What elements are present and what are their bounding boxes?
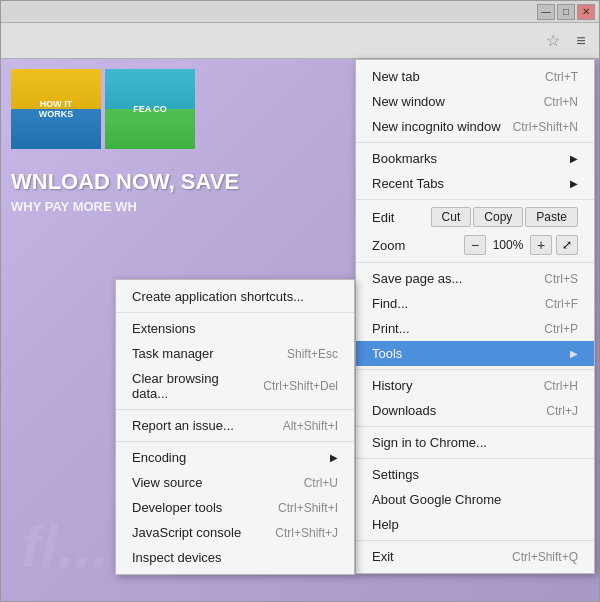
zoom-row: Zoom − 100% + ⤢ bbox=[356, 231, 594, 259]
zoom-fullscreen-button[interactable]: ⤢ bbox=[556, 235, 578, 255]
tools-submenu-item-1[interactable]: Extensions bbox=[116, 316, 354, 341]
chrome-menu: New tab Ctrl+T New window Ctrl+N New inc… bbox=[355, 59, 595, 574]
menu-item-settings[interactable]: Settings bbox=[356, 462, 594, 487]
tools-sep-3 bbox=[116, 409, 354, 410]
copy-button[interactable]: Copy bbox=[473, 207, 523, 227]
zoom-controls: − 100% + ⤢ bbox=[464, 235, 578, 255]
banner-card-1: HOW IT WORKS bbox=[11, 69, 101, 149]
menu-item-downloads[interactable]: Downloads Ctrl+J bbox=[356, 398, 594, 423]
menu-item-new-tab[interactable]: New tab Ctrl+T bbox=[356, 64, 594, 89]
separator-7 bbox=[356, 540, 594, 541]
menu-item-incognito[interactable]: New incognito window Ctrl+Shift+N bbox=[356, 114, 594, 139]
browser-window: — □ ✕ ☆ ≡ HOW IT WORKS FEA CO WNLOAD NOW… bbox=[0, 0, 600, 602]
separator-4 bbox=[356, 369, 594, 370]
menu-item-recent-tabs[interactable]: Recent Tabs ▶ bbox=[356, 171, 594, 196]
paste-button[interactable]: Paste bbox=[525, 207, 578, 227]
chrome-menu-icon[interactable]: ≡ bbox=[569, 29, 593, 53]
zoom-label: Zoom bbox=[372, 238, 464, 253]
edit-row: Edit Cut Copy Paste bbox=[356, 203, 594, 231]
separator-1 bbox=[356, 142, 594, 143]
menu-item-sign-in[interactable]: Sign in to Chrome... bbox=[356, 430, 594, 455]
menu-item-bookmarks[interactable]: Bookmarks ▶ bbox=[356, 146, 594, 171]
tools-submenu-item-4[interactable]: Report an issue...Alt+Shift+I bbox=[116, 413, 354, 438]
separator-3 bbox=[356, 262, 594, 263]
tools-submenu-item-2[interactable]: Task managerShift+Esc bbox=[116, 341, 354, 366]
tools-sep-4 bbox=[116, 441, 354, 442]
separator-6 bbox=[356, 458, 594, 459]
browser-toolbar: ☆ ≡ bbox=[1, 23, 599, 59]
tools-submenu-item-3[interactable]: Clear browsing data...Ctrl+Shift+Del bbox=[116, 366, 354, 406]
tools-submenu-item-8[interactable]: JavaScript consoleCtrl+Shift+J bbox=[116, 520, 354, 545]
menu-item-about[interactable]: About Google Chrome bbox=[356, 487, 594, 512]
edit-label: Edit bbox=[372, 210, 431, 225]
tools-submenu-item-7[interactable]: Developer toolsCtrl+Shift+I bbox=[116, 495, 354, 520]
edit-buttons: Cut Copy Paste bbox=[431, 207, 578, 227]
cut-button[interactable]: Cut bbox=[431, 207, 472, 227]
tools-submenu-item-6[interactable]: View sourceCtrl+U bbox=[116, 470, 354, 495]
banner-card-2: FEA CO bbox=[105, 69, 195, 149]
menu-item-print[interactable]: Print... Ctrl+P bbox=[356, 316, 594, 341]
separator-5 bbox=[356, 426, 594, 427]
menu-item-exit[interactable]: Exit Ctrl+Shift+Q bbox=[356, 544, 594, 569]
menu-item-find[interactable]: Find... Ctrl+F bbox=[356, 291, 594, 316]
watermark: fl... bbox=[21, 512, 108, 581]
menu-item-tools[interactable]: Tools ▶ bbox=[356, 341, 594, 366]
menu-item-help[interactable]: Help bbox=[356, 512, 594, 537]
tools-submenu-item-9[interactable]: Inspect devices bbox=[116, 545, 354, 570]
zoom-value: 100% bbox=[490, 238, 526, 252]
zoom-plus-button[interactable]: + bbox=[530, 235, 552, 255]
tools-submenu: Create application shortcuts...Extension… bbox=[115, 279, 355, 575]
tools-sep-0 bbox=[116, 312, 354, 313]
close-button[interactable]: ✕ bbox=[577, 4, 595, 20]
zoom-minus-button[interactable]: − bbox=[464, 235, 486, 255]
menu-item-history[interactable]: History Ctrl+H bbox=[356, 373, 594, 398]
tools-submenu-item-5[interactable]: Encoding▶ bbox=[116, 445, 354, 470]
maximize-button[interactable]: □ bbox=[557, 4, 575, 20]
tools-submenu-item-0[interactable]: Create application shortcuts... bbox=[116, 284, 354, 309]
menu-item-save-page[interactable]: Save page as... Ctrl+S bbox=[356, 266, 594, 291]
menu-item-new-window[interactable]: New window Ctrl+N bbox=[356, 89, 594, 114]
title-bar: — □ ✕ bbox=[1, 1, 599, 23]
bookmark-star-icon[interactable]: ☆ bbox=[541, 29, 565, 53]
minimize-button[interactable]: — bbox=[537, 4, 555, 20]
separator-2 bbox=[356, 199, 594, 200]
